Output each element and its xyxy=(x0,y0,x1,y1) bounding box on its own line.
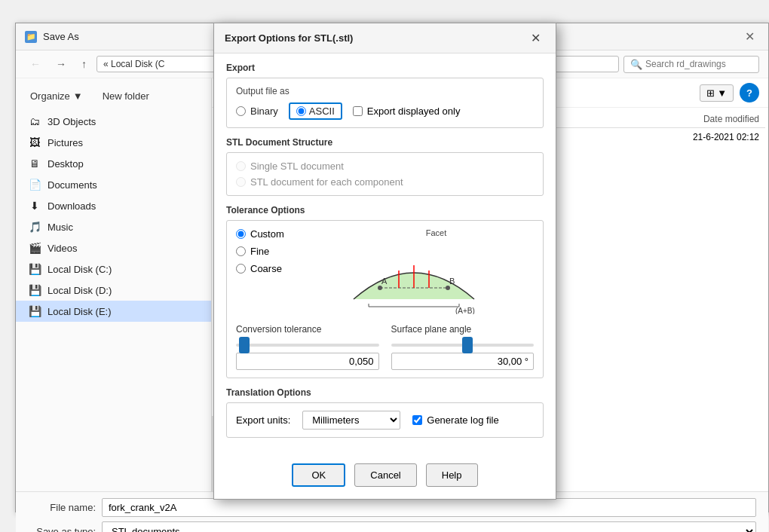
surface-plane-group: Surface plane angle xyxy=(391,324,535,370)
sidebar-label-videos: Videos xyxy=(47,243,78,254)
conversion-tolerance-input[interactable] xyxy=(236,353,379,370)
export-section-label: Export xyxy=(226,63,544,73)
tolerance-section: Custom Fine Coarse Facet xyxy=(226,220,544,378)
save-as-close-button[interactable]: ✕ xyxy=(740,28,759,45)
single-stl-group: Single STL document xyxy=(236,161,534,172)
surface-plane-thumb[interactable] xyxy=(462,337,473,353)
back-button[interactable]: ← xyxy=(25,55,46,73)
svg-text:(A+B): (A+B) xyxy=(455,307,475,314)
stl-structure-label: STL Document Structure xyxy=(226,137,544,148)
conversion-tolerance-group: Conversion tolerance xyxy=(236,324,379,370)
export-displayed-label: Export displayed only xyxy=(367,105,461,117)
dialog-title: Export Options for STL(.stl) xyxy=(225,32,353,44)
each-component-group: STL document for each component xyxy=(236,176,534,188)
organize-label: Organize xyxy=(30,90,70,102)
facet-label: Facet xyxy=(339,228,534,237)
units-select[interactable]: Millimeters xyxy=(302,411,400,430)
custom-radio-group: Custom xyxy=(236,228,326,240)
sidebar-toolbar: Organize ▼ New folder xyxy=(16,84,211,111)
dialog-titlebar: Export Options for STL(.stl) ✕ xyxy=(214,23,556,54)
localD-icon: 💾 xyxy=(28,283,41,297)
search-icon: 🔍 xyxy=(630,59,642,70)
generate-log-checkbox[interactable] xyxy=(412,415,422,425)
translation-section-label: Translation Options xyxy=(226,387,544,398)
dialog-buttons: OK Cancel Help xyxy=(214,457,556,499)
sliders-row: Conversion tolerance Surface plane angle xyxy=(236,324,534,370)
music-icon: 🎵 xyxy=(28,220,41,234)
dialog-close-button[interactable]: ✕ xyxy=(526,29,545,47)
svg-point-1 xyxy=(378,286,382,290)
fine-label: Fine xyxy=(250,246,269,257)
sidebar-item-music[interactable]: 🎵 Music xyxy=(16,216,211,237)
sidebar-label-documents: Documents xyxy=(47,179,97,191)
svg-text:B: B xyxy=(449,277,455,286)
sidebar-label-desktop: Desktop xyxy=(47,158,84,170)
single-stl-label: Single STL document xyxy=(250,161,344,172)
translation-inner: Export units: Millimeters Generate log f… xyxy=(236,411,534,430)
window-icon: 📁 xyxy=(25,31,37,43)
organize-dropdown-icon: ▼ xyxy=(73,90,83,102)
organize-button[interactable]: Organize ▼ xyxy=(25,87,88,105)
videos-icon: 🎬 xyxy=(28,241,41,255)
sidebar-item-downloads[interactable]: ⬇ Downloads xyxy=(16,195,211,216)
conversion-tolerance-thumb[interactable] xyxy=(239,337,250,353)
surface-plane-label: Surface plane angle xyxy=(391,324,535,335)
filename-input[interactable] xyxy=(102,498,756,517)
svg-text:A: A xyxy=(381,277,388,286)
dialog-help-button[interactable]: Help xyxy=(426,463,478,487)
svg-point-3 xyxy=(446,286,450,290)
filename-label: File name: xyxy=(28,502,96,513)
sidebar-label-music: Music xyxy=(47,222,73,233)
translation-section: Export units: Millimeters Generate log f… xyxy=(226,402,544,438)
view-button[interactable]: ⊞ ▼ xyxy=(700,84,734,102)
sidebar-label-downloads: Downloads xyxy=(47,200,96,212)
coarse-label: Coarse xyxy=(250,263,282,274)
3dobjects-icon: 🗂 xyxy=(28,115,41,128)
sidebar-label-pictures: Pictures xyxy=(47,137,83,148)
export-displayed-checkbox[interactable] xyxy=(353,106,363,116)
binary-label: Binary xyxy=(250,105,278,117)
up-button[interactable]: ↑ xyxy=(76,55,92,73)
save-type-label: Save as type: xyxy=(28,526,96,532)
sidebar-item-localC[interactable]: 💾 Local Disk (C:) xyxy=(16,258,211,280)
custom-radio[interactable] xyxy=(236,229,246,239)
sidebar-item-pictures[interactable]: 🖼 Pictures xyxy=(16,132,211,153)
sidebar-item-localD[interactable]: 💾 Local Disk (D:) xyxy=(16,280,211,301)
sidebar-label-3dobjects: 3D Objects xyxy=(47,116,96,127)
sidebar-item-3dobjects[interactable]: 🗂 3D Objects xyxy=(16,111,211,132)
tolerance-section-label: Tolerance Options xyxy=(226,205,544,216)
sidebar-item-videos[interactable]: 🎬 Videos xyxy=(16,237,211,258)
custom-label: Custom xyxy=(250,228,284,240)
conversion-tolerance-track xyxy=(236,344,379,347)
dialog-body: Export Output file as Binary ASCII Expor… xyxy=(214,54,556,457)
each-component-label: STL document for each component xyxy=(250,176,403,188)
sidebar-label-localD: Local Disk (D:) xyxy=(47,285,112,296)
titlebar-left: 📁 Save As xyxy=(25,31,79,43)
localC-icon: 💾 xyxy=(28,262,41,276)
save-type-select[interactable]: STL documents xyxy=(102,521,756,532)
sidebar-item-documents[interactable]: 📄 Documents xyxy=(16,174,211,195)
new-folder-button[interactable]: New folder xyxy=(97,87,155,105)
facet-svg: A B (A+B) xyxy=(339,239,489,314)
surface-plane-input[interactable] xyxy=(391,353,535,370)
sidebar-label-localC: Local Disk (C:) xyxy=(47,264,112,275)
filename-row: File name: xyxy=(28,498,756,517)
coarse-radio[interactable] xyxy=(236,264,246,274)
ascii-radio[interactable] xyxy=(296,106,306,116)
single-stl-radio[interactable] xyxy=(236,161,246,171)
sidebar-item-localE[interactable]: 💾 Local Disk (E:) xyxy=(16,301,211,322)
sidebar-item-desktop[interactable]: 🖥 Desktop xyxy=(16,153,211,174)
each-component-radio[interactable] xyxy=(236,177,246,187)
help-icon-button[interactable]: ? xyxy=(740,83,759,102)
ok-button[interactable]: OK xyxy=(292,463,345,487)
documents-icon: 📄 xyxy=(28,178,41,191)
forward-button[interactable]: → xyxy=(51,55,72,73)
output-format-row: Binary ASCII Export displayed only xyxy=(236,102,534,120)
export-units-label: Export units: xyxy=(236,414,290,426)
dialog-cancel-button[interactable]: Cancel xyxy=(354,463,416,487)
tolerance-inner: Custom Fine Coarse Facet xyxy=(236,228,534,316)
fine-radio[interactable] xyxy=(236,246,246,256)
search-input[interactable] xyxy=(645,59,751,69)
save-type-row: Save as type: STL documents xyxy=(28,521,756,532)
binary-radio[interactable] xyxy=(236,106,246,116)
